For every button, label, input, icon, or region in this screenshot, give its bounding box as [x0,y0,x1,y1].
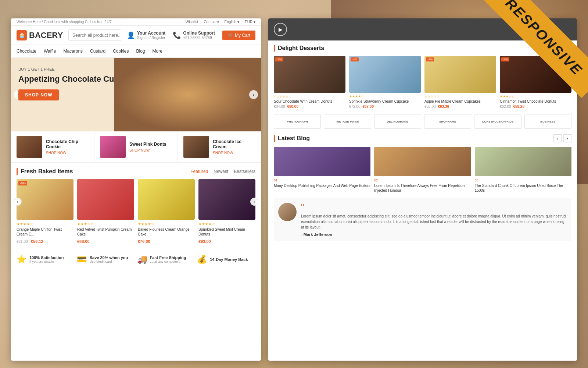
products-prev-btn[interactable]: ‹ [14,198,22,206]
blog-img-1 [274,147,370,176]
mini-banner-link-1[interactable]: SHOP NOW [46,151,89,155]
hero-shop-button[interactable]: SHOP NOW [18,89,59,100]
wishlist-link[interactable]: Wishlist [186,20,198,24]
feature-title-4: 14-Day Money Back [210,257,248,262]
testimonial-avatar [278,203,297,221]
account-item[interactable]: 👤 Your Account Sign In / Register [127,31,165,40]
product-img-3 [138,179,195,220]
support-item: 📞 Online Support +91 25832 54789 [173,31,215,40]
nav-more[interactable]: More [153,45,162,57]
support-phone: +91 25832 54789 [183,36,215,40]
product-price-new-4: €93.00 [198,239,211,244]
account-label: Your Account [137,31,165,36]
currency-select[interactable]: EUR ▾ [245,20,255,24]
product-price-old-1: €61.00 [17,240,28,244]
product-name-2: Red Velvet Twist Pumpkin Cream Cake [77,227,134,237]
nav-custard[interactable]: Custard [90,45,105,57]
brand-vintage[interactable]: VINTAGE Polish [324,114,371,129]
hero-image-overlay [114,58,261,131]
brand-shopname[interactable]: SHOPNAME [424,114,471,129]
nav-blog[interactable]: Blog [136,45,145,57]
mini-banner-link-2[interactable]: SHOP NOW [129,148,166,152]
feature-shipping: 🚚 Fast Free Shipping Load any computer's [137,255,196,264]
logo-text: BACERY [29,31,63,40]
hero-image [114,58,261,131]
blog-card-3: 03 The Standard Chunk Of Lorem Ipsum Use… [475,147,571,193]
testimonial-author: - Mark Jefferson [301,232,567,237]
mini-banner-info-2: Sweet Pink Donts SHOP NOW [129,142,166,152]
section-header: Fresh Baked Items Featured Newest Bestse… [17,168,255,175]
responsive-label: RESPONSIVE [502,0,585,78]
delight-badge-3: -4% [426,57,434,61]
hero-next-button[interactable]: › [249,90,258,99]
mini-banner-3: Chocolate Ice Cream SHOP NOW [178,131,261,162]
feature-title-3: Fast Free Shipping [150,255,186,260]
top-bar: Welcome Here / Good luck with shopping C… [11,18,261,26]
delight-new-price-3: €63.36 [438,105,449,109]
testimonial-text: Lorem ipsum dolor sit amet, consectetur … [301,213,567,230]
feature-title-1: 100% Satisfaction [29,255,64,260]
blog-grid: 01 Many Desktop Publishing Packages And … [274,147,571,193]
delight-price-row-2: €72.00 €67.00 [349,105,421,109]
mini-banner-title-1: Chocolate Chip Cookie [46,139,89,149]
blog-card-2: 02 Lorem Ipsum Is Therefore Always Free … [374,147,471,193]
nav-cookies[interactable]: Cookies [113,45,129,57]
nav-waffle[interactable]: Waffle [44,45,56,57]
testimonial: " Lorem ipsum dolor sit amet, consectetu… [274,198,571,241]
blog-post-title-1: Many Desktop Publishing Packages And Web… [274,183,370,188]
delight-img-2: -4% [349,56,421,93]
header: 🧁 BACERY 🔍 👤 Your Account Sign In / Regi… [11,26,261,45]
products-next-btn[interactable]: › [250,198,258,206]
language-select[interactable]: English ▾ [225,20,240,24]
product-img-4 [198,179,255,220]
delight-new-price-2: €67.00 [362,105,374,109]
search-bar: 🔍 [68,29,121,41]
feature-save: 💳 Save 20% when you Use credit card [77,255,135,264]
product-card-4: ★★★★☆ Sprinkled Sweet Mint Cream Donuts … [198,179,255,244]
blog-card-1: 01 Many Desktop Publishing Packages And … [274,147,370,193]
cart-button[interactable]: 🛒 My Cart [222,31,255,40]
blog-next-btn[interactable]: › [563,134,571,142]
blog-img-2 [374,147,471,176]
mini-banner-title-2: Sweet Pink Donts [129,142,166,147]
mini-banner-link-3[interactable]: SHOP NOW [213,151,255,155]
navigation: Chocolate Waffle Macarons Custard Cookie… [11,45,261,58]
mini-banner-1: Chocolate Chip Cookie SHOP NOW [11,131,94,162]
feature-money-back: 💰 14-Day Money Back [197,255,255,264]
product-name-1: Orange Maple Chiffon Twist Cream C... [17,227,74,237]
compare-link[interactable]: Compare [204,20,219,24]
delight-badge-2: -4% [351,57,359,61]
brand-photograph[interactable]: PHOTOGRAPH [274,114,321,129]
delight-badge-1: -4% [275,57,283,61]
delight-old-price-2: €72.00 [349,105,361,109]
delight-img-1: -4% [274,56,345,93]
product-stars-3: ★★★★☆ [138,222,195,226]
brand-delirourane[interactable]: DELIROURANE [374,114,421,129]
blog-prev-btn[interactable]: ‹ [553,134,562,142]
mini-banner-title-3: Chocolate Ice Cream [213,139,255,149]
tab-bestsellers[interactable]: Bestsellers [234,169,255,174]
logo[interactable]: 🧁 BACERY [17,30,63,40]
product-badge-1: -8% [18,181,27,185]
nav-chocolate[interactable]: Chocolate [17,45,36,57]
fresh-baked-section: Fresh Baked Items Featured Newest Bestse… [11,163,261,250]
product-price-1: €61.00 €56.12 [17,238,74,244]
hero-banner: ‹ BUY 1 GET 1 FREE Appetizing Chocolate … [11,58,261,131]
product-name-3: Baked Flourless Cream Orange Cake [138,227,195,237]
play-button[interactable]: ▶ [274,23,287,36]
satisfaction-icon: ⭐ [17,255,26,264]
testimonial-quote-icon: " [301,203,567,212]
delight-stars-1: ☆☆☆☆☆ [274,95,345,98]
mini-banner-info-1: Chocolate Chip Cookie SHOP NOW [46,139,89,155]
left-panel: Welcome Here / Good luck with shopping C… [11,18,261,361]
nav-macarons[interactable]: Macarons [63,45,83,57]
feature-satisfaction: ⭐ 100% Satisfaction If you are unable [17,255,75,264]
account-sub: Sign In / Register [137,36,165,40]
tab-newest[interactable]: Newest [214,169,228,174]
mini-banner-img-2 [100,136,126,158]
blog-post-title-3: The Standard Chunk Of Lorem Ipsum Used S… [475,183,571,193]
search-input[interactable] [69,30,121,40]
tab-featured[interactable]: Featured [190,169,208,174]
mini-banner-info-3: Chocolate Ice Cream SHOP NOW [213,139,255,155]
welcome-text: Welcome Here / Good luck with shopping C… [17,20,112,24]
